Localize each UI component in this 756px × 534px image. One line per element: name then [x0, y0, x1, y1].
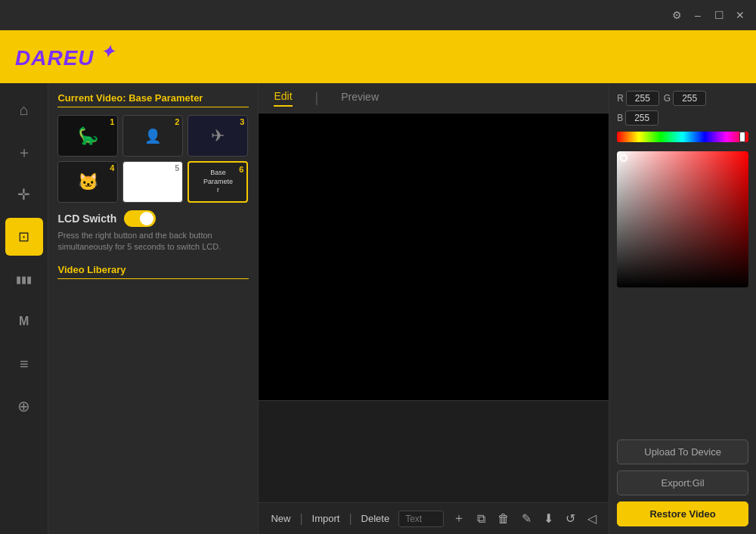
lcd-switch-label: LCD Swicth: [57, 213, 116, 225]
sidebar-item-display[interactable]: ⊡: [5, 218, 43, 256]
action-buttons: Upload To Device Export:Gil Restore Vide…: [617, 439, 748, 526]
green-channel: G: [664, 91, 706, 106]
color-picker[interactable]: [617, 151, 748, 287]
thumbnails-grid: 1 🦕 2 👤 3 ✈ 4 🐱 5 6 BaseParameter: [57, 115, 249, 203]
hue-indicator: [739, 132, 745, 142]
g-label: G: [664, 93, 671, 104]
target-icon: ⊕: [17, 397, 30, 415]
blue-channel: B: [617, 110, 658, 126]
undo-icon-btn[interactable]: ↺: [562, 510, 578, 527]
sidebar: ⌂ ＋ ✛ ⊡ ▮▮▮ M ≡ ⊕: [0, 83, 48, 534]
sidebar-item-target[interactable]: ⊕: [5, 387, 43, 425]
video-library-label: Video Liberary: [57, 264, 249, 279]
timeline-area[interactable]: [259, 401, 609, 502]
main-layout: ⌂ ＋ ✛ ⊡ ▮▮▮ M ≡ ⊕ Current Video: Base Pa…: [0, 83, 756, 534]
logo-star: ✦: [101, 42, 115, 61]
thumbnail-5[interactable]: 5: [122, 161, 183, 203]
thumbnail-2[interactable]: 2 👤: [122, 115, 183, 157]
restore-button[interactable]: Restore Video: [617, 501, 748, 526]
upload-button[interactable]: Upload To Device: [617, 439, 748, 464]
import-button[interactable]: Import: [309, 511, 343, 526]
separator-1: |: [299, 512, 302, 526]
home-icon: ⌂: [20, 101, 29, 119]
r-label: R: [617, 93, 624, 104]
right-panel: R G B Upload To Device Export:Gil R: [609, 83, 756, 534]
current-video-label: Current Video: Base Parameter: [57, 92, 249, 107]
copy-icon-btn[interactable]: ⧉: [474, 511, 488, 527]
titlebar-controls: ⚙ – ☐ ✕: [670, 8, 747, 22]
hue-bar: [617, 132, 748, 142]
sidebar-item-home[interactable]: ⌂: [5, 91, 43, 129]
text-input[interactable]: [398, 511, 444, 527]
close-button[interactable]: ✕: [733, 8, 747, 22]
left-panel: Current Video: Base Parameter 1 🦕 2 👤 3 …: [48, 83, 259, 534]
macro-icon: M: [19, 315, 29, 328]
logo: DAREU ✦: [15, 42, 115, 70]
tab-edit[interactable]: Edit: [274, 90, 292, 107]
sidebar-item-menu[interactable]: ≡: [5, 345, 43, 383]
thumbnail-1[interactable]: 1 🦕: [57, 115, 118, 157]
edit-icon-btn[interactable]: ✎: [519, 510, 534, 527]
thumbnail-4[interactable]: 4 🐱: [57, 161, 118, 203]
lcd-section: LCD Swicth Press the right button and th…: [57, 210, 249, 253]
tab-preview[interactable]: Preview: [341, 91, 379, 106]
separator-2: |: [349, 512, 352, 526]
color-controls: R G B: [617, 91, 748, 126]
add-icon-btn[interactable]: ＋: [450, 509, 468, 528]
sidebar-item-add[interactable]: ＋: [5, 133, 43, 171]
battery-icon: ▮▮▮: [16, 274, 32, 285]
delete-button[interactable]: Delete: [358, 511, 393, 526]
red-channel: R: [617, 91, 659, 106]
b-input[interactable]: [625, 110, 658, 126]
sidebar-item-move[interactable]: ✛: [5, 175, 43, 213]
hue-bar-container[interactable]: [617, 132, 748, 145]
lcd-description: Press the right button and the back butt…: [57, 230, 249, 253]
trash-icon-btn[interactable]: 🗑: [494, 511, 513, 527]
add-icon: ＋: [17, 142, 32, 163]
color-picker-cursor: [620, 154, 627, 162]
main-canvas[interactable]: [259, 113, 609, 401]
thumbnail-3[interactable]: 3 ✈: [187, 115, 248, 157]
minimize-button[interactable]: –: [691, 8, 705, 22]
thumbnail-6[interactable]: 6 BaseParameter: [187, 161, 248, 203]
lcd-header: LCD Swicth: [57, 210, 249, 227]
b-label: B: [617, 113, 623, 123]
settings-button[interactable]: ⚙: [670, 8, 683, 22]
download-icon-btn[interactable]: ⬇: [541, 510, 556, 527]
r-input[interactable]: [626, 91, 659, 106]
tab-divider: |: [315, 90, 319, 106]
maximize-button[interactable]: ☐: [712, 8, 726, 22]
logo-text: DAREU: [15, 47, 94, 70]
canvas-area: [259, 113, 609, 502]
bottom-bar: New | Import | Delete ＋ ⧉ 🗑 ✎ ⬇ ↺ ◁: [259, 502, 609, 534]
titlebar: ⚙ – ☐ ✕: [0, 0, 756, 30]
more-icon-btn[interactable]: ◁: [584, 510, 600, 527]
sidebar-item-battery[interactable]: ▮▮▮: [5, 260, 43, 298]
g-input[interactable]: [673, 91, 706, 106]
header: DAREU ✦: [0, 30, 756, 83]
crosshair-icon: ✛: [17, 185, 30, 203]
sidebar-item-macro[interactable]: M: [5, 303, 43, 340]
new-button[interactable]: New: [268, 511, 293, 526]
tabs: Edit | Preview: [259, 83, 609, 113]
display-icon: ⊡: [18, 228, 29, 245]
menu-icon: ≡: [20, 355, 29, 373]
export-button[interactable]: Export:Gil: [617, 470, 748, 495]
center-panel: Edit | Preview New | Import | Delete ＋ ⧉…: [259, 83, 609, 534]
lcd-toggle[interactable]: [124, 210, 156, 227]
